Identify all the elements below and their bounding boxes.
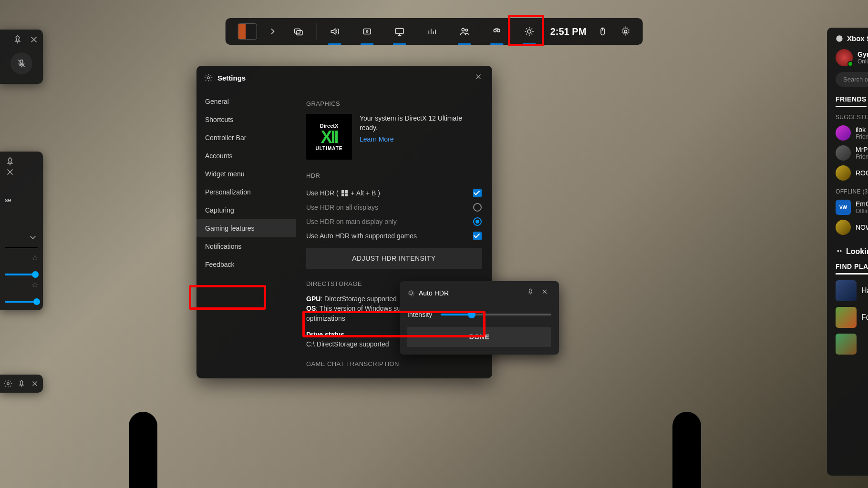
learn-more-link[interactable]: Learn More <box>360 135 394 143</box>
brightness-icon <box>407 289 415 297</box>
sidebar-item-general[interactable]: General <box>196 92 296 111</box>
friend-item[interactable]: ilokFriend <box>836 125 868 141</box>
svg-point-11 <box>624 30 627 33</box>
svg-point-18 <box>840 250 842 252</box>
friend-item[interactable]: VWEmCeOffline <box>836 200 868 215</box>
svg-point-14 <box>207 77 210 79</box>
intensity-label: Intensity <box>407 311 432 318</box>
game-item[interactable]: Fo <box>836 307 868 328</box>
audio-widget: se ☆ ☆ <box>0 152 43 310</box>
close-icon[interactable] <box>31 378 39 389</box>
settings-icon[interactable] <box>615 20 636 43</box>
xbox-social-panel: Xbox Social Gyros Online Search or FRIEN… <box>827 28 868 476</box>
sidebar-item-gaming-features[interactable]: Gaming features <box>196 219 296 237</box>
capture-widget <box>0 30 43 84</box>
resources-widget <box>0 375 43 393</box>
svg-point-17 <box>837 250 839 252</box>
performance-icon[interactable] <box>417 20 447 43</box>
find-players-tab[interactable]: FIND PLA <box>836 263 868 274</box>
looking-for-group-icon[interactable] <box>482 20 512 43</box>
gear-icon[interactable] <box>4 378 12 389</box>
avatar <box>836 49 853 66</box>
search-input[interactable]: Search or <box>836 72 868 87</box>
volume-slider-1[interactable] <box>5 274 38 275</box>
audio-device-label: se <box>5 196 38 203</box>
graphics-heading: GRAPHICS <box>306 100 482 107</box>
mouse-icon[interactable] <box>592 20 613 43</box>
hdr-heading: HDR <box>306 172 482 179</box>
intensity-slider[interactable] <box>441 314 551 315</box>
svg-point-8 <box>497 29 500 32</box>
pin-icon[interactable] <box>527 288 537 298</box>
pin-icon[interactable] <box>17 378 26 389</box>
xbox-social-icon[interactable] <box>449 20 480 43</box>
chat-heading: GAME CHAT TRANSCRIPTION <box>306 360 482 367</box>
chevron-right-icon[interactable] <box>265 20 281 43</box>
suggested-heading: SUGGESTED <box>836 114 868 121</box>
audio-icon[interactable] <box>320 20 350 43</box>
windows-key-icon <box>341 190 348 196</box>
hdr-main-only-radio[interactable] <box>473 217 482 226</box>
svg-rect-0 <box>294 29 300 33</box>
clock: 2:51 PM <box>547 26 590 37</box>
sidebar-item-widget[interactable]: Widget menu <box>196 165 296 183</box>
close-icon[interactable] <box>541 288 551 298</box>
svg-rect-1 <box>297 30 302 35</box>
close-icon[interactable] <box>29 34 39 45</box>
game-item[interactable]: Ha <box>836 280 868 301</box>
friends-tab[interactable]: FRIENDS <box>836 95 867 107</box>
capture-icon[interactable] <box>352 20 382 43</box>
chevron-down-icon[interactable] <box>28 232 38 243</box>
friend-item[interactable]: MrPFriend <box>836 145 868 161</box>
sidebar-item-capturing[interactable]: Capturing <box>196 201 296 219</box>
volume-slider-2[interactable] <box>5 301 38 303</box>
close-icon[interactable] <box>5 167 15 177</box>
pin-icon[interactable] <box>5 156 15 167</box>
auto-hdr-label: Use Auto HDR with supported games <box>306 232 417 240</box>
done-button[interactable]: DONE <box>407 327 551 347</box>
svg-point-15 <box>410 292 412 294</box>
gear-icon <box>204 73 213 82</box>
widget-thumbnail[interactable] <box>232 20 263 43</box>
svg-point-3 <box>366 30 368 32</box>
offline-heading: OFFLINE (3) <box>836 188 868 195</box>
adjust-hdr-button[interactable]: ADJUST HDR INTENSITY <box>306 248 482 269</box>
directx-logo: DirectX XII ULTIMATE <box>306 114 352 160</box>
game-bar-toolbar: 2:51 PM <box>226 18 643 45</box>
xbox-social-title: Xbox Social <box>836 34 868 42</box>
ds-drive-title: Drive status <box>306 331 344 338</box>
sidebar-item-controller[interactable]: Controller Bar <box>196 129 296 147</box>
svg-point-7 <box>494 29 496 32</box>
pin-icon[interactable] <box>12 34 23 45</box>
auto-hdr-popup: Auto HDR Intensity DONE <box>400 281 559 355</box>
settings-sidebar: General Shortcuts Controller Bar Account… <box>196 90 296 378</box>
profile[interactable]: Gyros Online <box>836 49 868 66</box>
friend-item[interactable]: ROG <box>836 165 868 181</box>
mic-mute-button[interactable] <box>10 52 32 74</box>
auto-hdr-checkbox[interactable] <box>473 232 482 240</box>
sidebar-item-feedback[interactable]: Feedback <box>196 255 296 274</box>
svg-point-9 <box>527 30 531 33</box>
friend-item[interactable]: NOW <box>836 220 868 235</box>
hdr-all-displays-radio[interactable] <box>473 203 482 212</box>
use-hdr-label: Use HDR ( + Alt + B ) <box>306 189 380 197</box>
sidebar-item-shortcuts[interactable]: Shortcuts <box>196 111 296 129</box>
hdr-main-only-label: Use HDR on main display only <box>306 218 397 225</box>
brightness-icon[interactable] <box>514 20 545 43</box>
use-hdr-checkbox[interactable] <box>473 189 482 197</box>
favorite-icon[interactable]: ☆ <box>5 253 38 262</box>
game-item[interactable] <box>836 334 868 355</box>
sidebar-item-notifications[interactable]: Notifications <box>196 237 296 255</box>
directx-status: Your system is DirectX 12 Ultimate ready… <box>360 114 482 132</box>
looking-for-section: Looking for <box>836 247 868 256</box>
close-icon[interactable] <box>474 72 485 83</box>
favorite-icon[interactable]: ☆ <box>5 280 38 289</box>
sidebar-item-personalization[interactable]: Personalization <box>196 183 296 201</box>
sidebar-item-accounts[interactable]: Accounts <box>196 147 296 165</box>
svg-point-16 <box>836 35 842 41</box>
svg-rect-2 <box>363 29 371 34</box>
hdr-all-displays-label: Use HDR on all displays <box>306 203 378 211</box>
auto-hdr-title: Auto HDR <box>419 289 449 297</box>
widget-store-icon[interactable] <box>283 20 313 43</box>
display-icon[interactable] <box>384 20 415 43</box>
